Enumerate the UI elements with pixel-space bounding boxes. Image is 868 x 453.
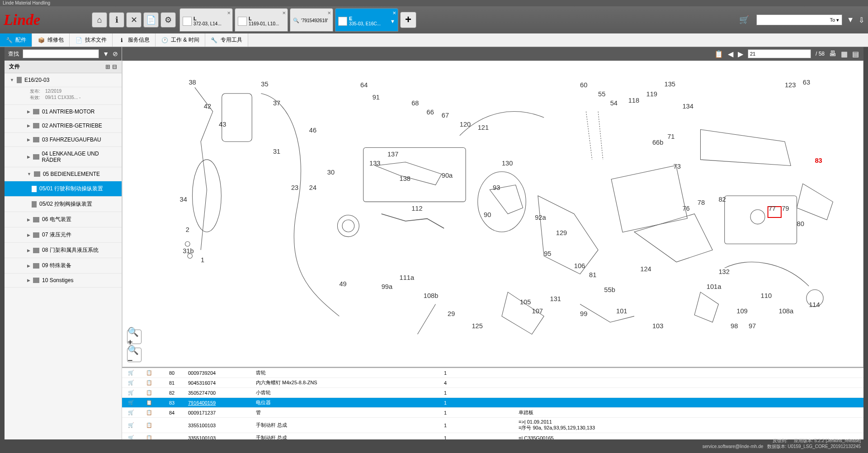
clipboard-icon[interactable]: 📋: [146, 400, 152, 405]
tree-root[interactable]: ▼ E16/20-03: [5, 73, 122, 87]
clear-filter-icon[interactable]: ⊘: [113, 50, 118, 57]
exploded-diagram[interactable]: 3842433537649168666712012160555411811913…: [122, 61, 863, 367]
callout-number[interactable]: 120: [460, 121, 471, 128]
tree-item[interactable]: ▶09 特殊装备: [5, 258, 122, 274]
callout-number[interactable]: 54: [610, 99, 618, 107]
table-row[interactable]: 🛒 📋 80 0009739204 齿轮 1: [122, 368, 863, 378]
callout-number[interactable]: 109: [736, 307, 747, 315]
callout-number[interactable]: 93: [493, 184, 500, 191]
cart-icon[interactable]: 🛒: [128, 370, 134, 375]
cart-icon[interactable]: 🛒: [128, 400, 134, 405]
callout-number[interactable]: 23: [291, 184, 298, 191]
info-icon[interactable]: ℹ: [109, 12, 124, 28]
callout-number[interactable]: 67: [442, 112, 449, 119]
tree-item[interactable]: ▶06 电气装置: [5, 212, 122, 227]
callout-number[interactable]: 31b: [183, 247, 193, 255]
filter-icon[interactable]: ▼: [390, 19, 395, 24]
callout-number[interactable]: 24: [309, 184, 316, 191]
cart-icon[interactable]: 🛒: [128, 410, 134, 415]
callout-number[interactable]: 124: [640, 265, 651, 273]
callout-number[interactable]: 131: [550, 295, 561, 302]
callout-number[interactable]: 125: [472, 322, 482, 330]
callout-number[interactable]: 101a: [707, 283, 722, 290]
callout-number[interactable]: 95: [544, 250, 551, 257]
tree-item[interactable]: ▶04 LENKANLAGE UND RÄDER: [5, 147, 122, 167]
callout-number[interactable]: 135: [665, 80, 675, 88]
callout-number[interactable]: 103: [652, 322, 663, 330]
callout-number[interactable]: 83: [815, 157, 822, 164]
collapse-icon[interactable]: ⊟: [112, 63, 117, 70]
callout-number[interactable]: 31: [273, 148, 280, 155]
callout-number[interactable]: 43: [219, 121, 226, 128]
notes-icon[interactable]: 📋: [714, 50, 723, 58]
callout-number[interactable]: 29: [448, 310, 455, 317]
page-input[interactable]: [748, 49, 811, 58]
cart-icon[interactable]: 🛒: [736, 12, 752, 28]
callout-number[interactable]: 78: [698, 199, 705, 206]
callout-number[interactable]: 30: [327, 169, 335, 176]
callout-number[interactable]: 101: [616, 307, 627, 315]
clipboard-icon[interactable]: 📋: [146, 422, 152, 428]
callout-number[interactable]: 105: [520, 298, 531, 306]
callout-number[interactable]: 77: [769, 205, 776, 212]
table-row[interactable]: 🛒 📋 81 9045316074 内六角螺钉 M4x25-8.8-ZNS 4: [122, 378, 863, 388]
callout-number[interactable]: 123: [785, 81, 796, 89]
callout-number[interactable]: 119: [646, 90, 657, 98]
callout-number[interactable]: 107: [532, 307, 543, 315]
callout-number[interactable]: 35: [261, 80, 268, 88]
home-icon[interactable]: ⌂: [92, 12, 107, 28]
nav-parts[interactable]: 🔧配件: [0, 33, 32, 47]
nav-work[interactable]: 🕐工作 & 时间: [156, 33, 205, 47]
callout-number[interactable]: 97: [749, 322, 756, 330]
close-icon[interactable]: ×: [282, 9, 286, 16]
callout-number[interactable]: 130: [502, 160, 513, 167]
callout-number[interactable]: 76: [682, 205, 689, 212]
callout-number[interactable]: 46: [309, 127, 316, 134]
callout-number[interactable]: 63: [803, 79, 810, 86]
settings-icon[interactable]: ⚙: [160, 12, 176, 28]
feedback-link[interactable]: service.software@linde-mh.de: [703, 444, 764, 449]
download-icon[interactable]: ⇩: [859, 16, 864, 24]
close-icon[interactable]: ×: [327, 9, 331, 16]
callout-number[interactable]: 90: [484, 211, 491, 218]
callout-number[interactable]: 73: [674, 163, 681, 170]
callout-number[interactable]: 1: [201, 256, 204, 264]
tree-subitem[interactable]: 05/01 行驶和制动操纵装置: [5, 181, 122, 197]
print-icon[interactable]: 🖶: [829, 50, 836, 58]
callout-number[interactable]: 55: [598, 90, 605, 98]
search-input[interactable]: [23, 49, 99, 58]
add-tab-button[interactable]: +: [400, 12, 416, 28]
clipboard-icon[interactable]: 📋: [146, 435, 152, 439]
tree-item[interactable]: ▶07 液压元件: [5, 227, 122, 243]
callout-number[interactable]: 98: [731, 322, 738, 330]
callout-number[interactable]: 138: [400, 175, 410, 182]
callout-number[interactable]: 108b: [424, 292, 439, 299]
filter-icon[interactable]: ▼: [847, 16, 854, 24]
callout-number[interactable]: 112: [411, 205, 422, 212]
callout-number[interactable]: 2: [186, 226, 189, 233]
close-icon[interactable]: ×: [392, 9, 396, 16]
table-row[interactable]: 🛒 📋 3355100103 手制动杆 总成 1 =>| 01.09.2011=…: [122, 418, 863, 433]
layout1-icon[interactable]: ▦: [841, 50, 848, 58]
callout-number[interactable]: 82: [718, 196, 726, 203]
cart-icon[interactable]: 🛒: [128, 380, 134, 385]
cart-icon[interactable]: 🛒: [128, 422, 134, 428]
callout-number[interactable]: 99: [580, 310, 587, 317]
callout-number[interactable]: 106: [574, 262, 585, 269]
zoom-out-button[interactable]: 🔍−: [127, 348, 142, 362]
tree-item[interactable]: ▼05 BEDIENELEMENTE: [5, 167, 122, 181]
tree-item[interactable]: ▶01 ANTRIEB-MOTOR: [5, 105, 122, 119]
clipboard-icon[interactable]: 📋: [146, 390, 152, 395]
callout-number[interactable]: 42: [204, 103, 211, 110]
target-dropdown[interactable]: To ▾: [756, 14, 842, 25]
callout-number[interactable]: 66: [427, 109, 434, 116]
callout-number[interactable]: 108a: [779, 307, 794, 315]
tree-subitem[interactable]: 05/02 控制阀操纵装置: [5, 197, 122, 212]
tree-item[interactable]: ▶03 FAHRZEUGAUFBAU: [5, 133, 122, 147]
tab-2[interactable]: × L1169-01, L10...: [235, 8, 288, 32]
tab-3[interactable]: × 🔍 '7915492618': [290, 8, 333, 32]
callout-number[interactable]: 114: [809, 301, 820, 308]
tree-item[interactable]: ▶02 ANTRIEB-GETRIEBE: [5, 119, 122, 133]
callout-number[interactable]: 34: [180, 196, 187, 203]
prev-page-icon[interactable]: ◀: [728, 50, 733, 58]
